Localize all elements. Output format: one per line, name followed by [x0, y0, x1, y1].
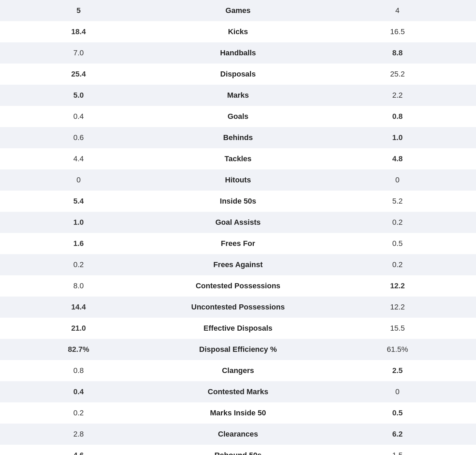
stat-label: Effective Disposals	[157, 318, 319, 339]
left-value: 0	[0, 169, 157, 191]
left-value: 1.6	[0, 233, 157, 254]
left-value: 25.4	[0, 64, 157, 85]
right-value: 1.0	[319, 127, 476, 148]
left-value: 4.6	[0, 445, 157, 455]
stat-label: Games	[157, 0, 319, 21]
table-row: 14.4Uncontested Possessions12.2	[0, 297, 476, 318]
stat-label: Clangers	[157, 360, 319, 381]
right-value: 16.5	[319, 21, 476, 42]
left-value: 0.4	[0, 381, 157, 402]
table-row: 18.4Kicks16.5	[0, 21, 476, 42]
stat-label: Behinds	[157, 127, 319, 148]
table-row: 0.2Frees Against0.2	[0, 254, 476, 275]
table-row: 1.6Frees For0.5	[0, 233, 476, 254]
table-row: 5Games4	[0, 0, 476, 21]
stat-label: Uncontested Possessions	[157, 297, 319, 318]
stat-label: Marks	[157, 85, 319, 106]
table-row: 4.4Tackles4.8	[0, 148, 476, 169]
table-row: 0.6Behinds1.0	[0, 127, 476, 148]
right-value: 5.2	[319, 191, 476, 212]
stats-comparison-table: 5Games418.4Kicks16.57.0Handballs8.825.4D…	[0, 0, 476, 455]
table-row: 25.4Disposals25.2	[0, 64, 476, 85]
stat-label: Contested Possessions	[157, 275, 319, 297]
right-value: 12.2	[319, 275, 476, 297]
stat-label: Clearances	[157, 424, 319, 445]
stat-label: Disposal Efficiency %	[157, 339, 319, 360]
stat-label: Disposals	[157, 64, 319, 85]
stat-label: Contested Marks	[157, 381, 319, 402]
stat-label: Kicks	[157, 21, 319, 42]
right-value: 1.5	[319, 445, 476, 455]
left-value: 0.6	[0, 127, 157, 148]
left-value: 21.0	[0, 318, 157, 339]
left-value: 8.0	[0, 275, 157, 297]
left-value: 1.0	[0, 212, 157, 233]
right-value: 2.5	[319, 360, 476, 381]
stat-label: Rebound 50s	[157, 445, 319, 455]
right-value: 0.2	[319, 212, 476, 233]
right-value: 0	[319, 381, 476, 402]
right-value: 0.2	[319, 254, 476, 275]
table-row: 0.4Goals0.8	[0, 106, 476, 127]
left-value: 18.4	[0, 21, 157, 42]
stat-label: Goals	[157, 106, 319, 127]
right-value: 6.2	[319, 424, 476, 445]
table-row: 5.4Inside 50s5.2	[0, 191, 476, 212]
left-value: 0.8	[0, 360, 157, 381]
stat-label: Frees Against	[157, 254, 319, 275]
stat-label: Hitouts	[157, 169, 319, 191]
left-value: 0.2	[0, 254, 157, 275]
left-value: 2.8	[0, 424, 157, 445]
table-row: 1.0Goal Assists0.2	[0, 212, 476, 233]
table-row: 7.0Handballs8.8	[0, 42, 476, 64]
right-value: 12.2	[319, 297, 476, 318]
stat-label: Goal Assists	[157, 212, 319, 233]
right-value: 8.8	[319, 42, 476, 64]
left-value: 0.4	[0, 106, 157, 127]
stat-label: Inside 50s	[157, 191, 319, 212]
right-value: 15.5	[319, 318, 476, 339]
table-row: 4.6Rebound 50s1.5	[0, 445, 476, 455]
right-value: 0.5	[319, 402, 476, 424]
stat-label: Frees For	[157, 233, 319, 254]
left-value: 7.0	[0, 42, 157, 64]
table-row: 0.2Marks Inside 500.5	[0, 402, 476, 424]
table-row: 0.8Clangers2.5	[0, 360, 476, 381]
right-value: 0	[319, 169, 476, 191]
right-value: 4	[319, 0, 476, 21]
left-value: 4.4	[0, 148, 157, 169]
right-value: 61.5%	[319, 339, 476, 360]
table-row: 2.8Clearances6.2	[0, 424, 476, 445]
stat-label: Marks Inside 50	[157, 402, 319, 424]
left-value: 5.4	[0, 191, 157, 212]
right-value: 4.8	[319, 148, 476, 169]
stat-label: Handballs	[157, 42, 319, 64]
table-row: 21.0Effective Disposals15.5	[0, 318, 476, 339]
left-value: 5	[0, 0, 157, 21]
left-value: 82.7%	[0, 339, 157, 360]
right-value: 0.8	[319, 106, 476, 127]
left-value: 14.4	[0, 297, 157, 318]
left-value: 5.0	[0, 85, 157, 106]
table-row: 0Hitouts0	[0, 169, 476, 191]
right-value: 2.2	[319, 85, 476, 106]
table-row: 82.7%Disposal Efficiency %61.5%	[0, 339, 476, 360]
right-value: 25.2	[319, 64, 476, 85]
table-row: 0.4Contested Marks0	[0, 381, 476, 402]
table-row: 5.0Marks2.2	[0, 85, 476, 106]
right-value: 0.5	[319, 233, 476, 254]
table-row: 8.0Contested Possessions12.2	[0, 275, 476, 297]
left-value: 0.2	[0, 402, 157, 424]
stat-label: Tackles	[157, 148, 319, 169]
